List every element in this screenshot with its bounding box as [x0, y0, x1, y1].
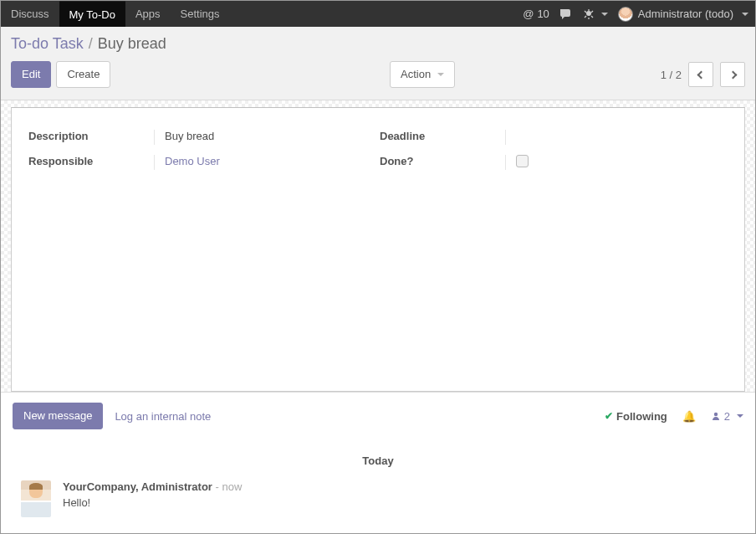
followers-dropdown[interactable]: 2 [711, 410, 743, 423]
nav-item-discuss[interactable]: Discuss [1, 1, 59, 27]
nav-item-apps[interactable]: Apps [125, 1, 171, 27]
edit-button[interactable]: Edit [11, 61, 51, 88]
nav-item-my-todo[interactable]: My To-Do [59, 1, 125, 27]
pager: 1 / 2 [661, 62, 745, 87]
svg-point-1 [714, 413, 718, 416]
top-navbar-menu: Discuss My To-Do Apps Settings [1, 1, 230, 27]
create-button[interactable]: Create [56, 61, 110, 88]
breadcrumb: To-do Task / Buy bread [11, 35, 745, 53]
form-sheet-bg: Description Buy bread Responsible Demo U… [1, 100, 755, 392]
mentions-indicator[interactable]: @ 10 [523, 8, 549, 20]
form-col-right: Deadline Done? [380, 130, 728, 369]
new-message-button[interactable]: New message [13, 403, 103, 429]
mentions-count: 10 [537, 8, 549, 20]
field-description: Description Buy bread [28, 130, 376, 145]
message-time: - now [216, 480, 243, 493]
control-panel: To-do Task / Buy bread Edit Create Actio… [1, 27, 755, 100]
chat-icon[interactable] [559, 8, 573, 20]
breadcrumb-current: Buy bread [98, 35, 166, 53]
chatter: New message Log an internal note ✔ Follo… [1, 392, 755, 529]
debug-icon[interactable] [583, 8, 608, 20]
user-icon [711, 411, 721, 421]
chatter-head: New message Log an internal note ✔ Follo… [13, 403, 743, 429]
chevron-right-icon [728, 70, 737, 79]
value-responsible[interactable]: Demo User [154, 155, 228, 170]
pager-next-button[interactable] [720, 62, 745, 87]
message-body: Hello! [63, 496, 735, 509]
pager-prev-button[interactable] [688, 62, 713, 87]
message-item: YourCompany, Administrator - now Hello! [13, 480, 743, 529]
field-responsible: Responsible Demo User [28, 155, 376, 170]
message-avatar [21, 480, 51, 517]
label-responsible: Responsible [28, 155, 154, 167]
follow-toggle[interactable]: ✔ Following [605, 410, 667, 423]
caret-down-icon [737, 414, 743, 418]
caret-down-icon [742, 13, 748, 16]
value-deadline [505, 130, 524, 145]
form-sheet: Description Buy bread Responsible Demo U… [11, 107, 745, 392]
user-avatar-icon [618, 7, 633, 22]
done-checkbox[interactable] [516, 155, 529, 167]
message-author: YourCompany, Administrator [63, 480, 212, 493]
breadcrumb-root[interactable]: To-do Task [11, 35, 84, 53]
field-deadline: Deadline [380, 130, 728, 145]
top-navbar-right: @ 10 Administrator (todo) [523, 1, 755, 27]
action-label: Action [401, 67, 431, 82]
pager-total: 2 [676, 69, 682, 81]
user-menu[interactable]: Administrator (todo) [618, 7, 748, 22]
check-icon: ✔ [605, 410, 613, 422]
action-dropdown[interactable]: Action [390, 61, 455, 88]
chatter-day-label: Today [13, 454, 743, 467]
field-done: Done? [380, 155, 728, 170]
followers-count: 2 [724, 410, 730, 423]
at-icon: @ [523, 8, 534, 20]
control-row: Edit Create Action 1 / 2 [11, 61, 745, 96]
log-note-link[interactable]: Log an internal note [115, 410, 211, 423]
nav-item-settings[interactable]: Settings [171, 1, 230, 27]
bell-icon[interactable]: 🔔 [682, 410, 696, 423]
label-deadline: Deadline [380, 130, 505, 142]
pager-sep: / [670, 69, 673, 81]
following-label: Following [616, 410, 667, 423]
pager-current: 1 [661, 69, 667, 81]
svg-point-0 [586, 11, 591, 16]
top-navbar: Discuss My To-Do Apps Settings @ 10 Admi… [1, 1, 755, 27]
caret-down-icon [601, 13, 608, 16]
value-done [505, 155, 537, 170]
chevron-left-icon [697, 70, 705, 79]
caret-down-icon [437, 73, 444, 76]
pager-text: 1 / 2 [661, 69, 682, 81]
breadcrumb-separator: / [89, 35, 93, 53]
label-done: Done? [380, 155, 505, 167]
form-col-left: Description Buy bread Responsible Demo U… [28, 130, 376, 369]
label-description: Description [28, 130, 154, 142]
user-label: Administrator (todo) [638, 8, 733, 20]
value-description: Buy bread [154, 130, 222, 145]
